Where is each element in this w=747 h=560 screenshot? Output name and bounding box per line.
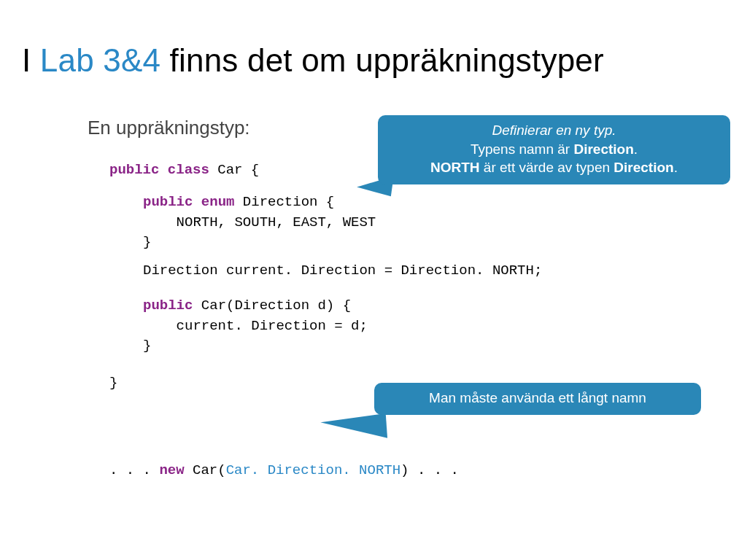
title-lab: Lab 3&4	[40, 42, 160, 78]
callout-long-name: Man måste använda ett långt namn	[374, 383, 701, 415]
slide: I Lab 3&4 finns det om uppräkningstyper …	[0, 0, 747, 560]
code-usage: . . . new Car(Car. Direction. NORTH) . .…	[109, 461, 459, 481]
callout-bottom-text: Man måste använda ett långt namn	[429, 390, 646, 405]
code-field: Direction current. Direction = Direction…	[143, 261, 542, 281]
subtitle: En uppräkningstyp:	[88, 117, 250, 139]
title-mid: finns det om	[160, 42, 355, 78]
callout-top-line2: Typens namn är Direction.	[388, 140, 720, 159]
code-class-decl: public class Car {	[109, 160, 259, 181]
title-pre: I	[22, 42, 40, 78]
slide-title: I Lab 3&4 finns det om uppräkningstyper	[22, 42, 725, 79]
callout-top-line1: Definierar en ny typ.	[388, 121, 720, 140]
code-enum-block: public enum Direction { NORTH, SOUTH, EA…	[143, 192, 376, 253]
callout-definition: Definierar en ny typ. Typens namn är Dir…	[378, 115, 730, 184]
code-class-close: }	[109, 373, 117, 394]
callout-bottom-tail	[320, 413, 387, 443]
title-upp: uppräkningstyper	[355, 42, 604, 78]
code-constructor: public Car(Direction d) { current. Direc…	[143, 296, 368, 357]
callout-top-line3: NORTH är ett värde av typen Direction.	[388, 158, 720, 177]
